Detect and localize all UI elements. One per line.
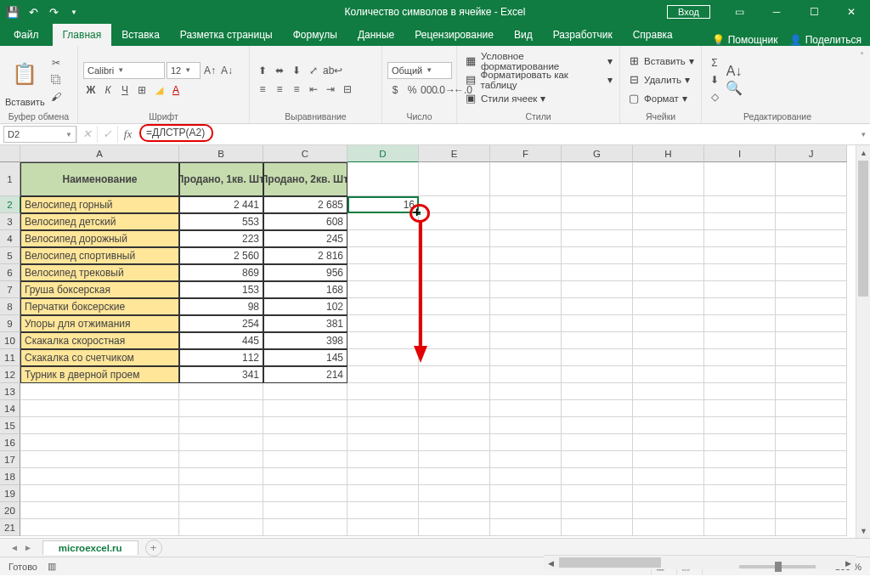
tab-home[interactable]: Главная	[53, 24, 112, 46]
cell[interactable]	[562, 315, 633, 332]
cell-d[interactable]	[347, 247, 419, 264]
cell-q1[interactable]: 254	[179, 315, 263, 332]
cell-q1[interactable]: 341	[179, 366, 263, 383]
cell[interactable]	[633, 196, 704, 213]
cell[interactable]	[419, 468, 490, 485]
cell[interactable]	[20, 519, 179, 536]
close-icon[interactable]: ✕	[833, 0, 870, 24]
cell[interactable]	[776, 213, 847, 230]
row-headers[interactable]: 123456789101112131415161718192021	[0, 162, 20, 536]
cell[interactable]	[704, 468, 776, 485]
tab-developer[interactable]: Разработчик	[543, 24, 623, 46]
row-header-13[interactable]: 13	[0, 383, 20, 400]
header-q1[interactable]: Продано, 1кв. Шт.	[179, 162, 263, 196]
cell[interactable]	[633, 162, 704, 196]
align-left-icon[interactable]: ≡	[255, 82, 270, 97]
macro-record-icon[interactable]: ▥	[48, 561, 56, 572]
ribbon-options-icon[interactable]: ▭	[720, 0, 758, 24]
header-q2[interactable]: Продано, 2кв. Шт.	[263, 162, 347, 196]
format-cells-button[interactable]: ▢Формат ▾	[625, 90, 696, 107]
row-header-15[interactable]: 15	[0, 417, 20, 434]
find-select-icon[interactable]: 🔍	[726, 81, 743, 96]
cell[interactable]	[419, 485, 490, 502]
column-header-F[interactable]: F	[490, 145, 562, 162]
cell[interactable]	[419, 213, 490, 230]
cell[interactable]	[562, 502, 633, 519]
redo-icon[interactable]: ↷	[44, 3, 63, 21]
cell[interactable]	[347, 468, 419, 485]
underline-button[interactable]: Ч	[117, 82, 133, 98]
cell-q1[interactable]: 869	[179, 264, 263, 281]
cell-d[interactable]	[347, 281, 419, 298]
cell-name[interactable]: Груша боксерская	[20, 281, 179, 298]
cell[interactable]	[776, 298, 847, 315]
align-top-icon[interactable]: ⬆	[255, 63, 270, 78]
cell[interactable]	[776, 468, 847, 485]
cell[interactable]	[179, 519, 263, 536]
cell[interactable]	[633, 230, 704, 247]
cell[interactable]	[562, 213, 633, 230]
cell[interactable]	[704, 264, 776, 281]
cell-d[interactable]	[347, 264, 419, 281]
cell-name[interactable]: Велосипед дорожный	[20, 230, 179, 247]
cell[interactable]	[20, 485, 179, 502]
cell-q2[interactable]: 168	[263, 281, 347, 298]
cell[interactable]	[633, 264, 704, 281]
cell[interactable]	[490, 383, 562, 400]
cell[interactable]	[704, 451, 776, 468]
row-header-9[interactable]: 9	[0, 315, 20, 332]
currency-icon[interactable]: $	[387, 82, 403, 98]
qat-customize-icon[interactable]: ▼	[65, 3, 83, 21]
cell[interactable]	[20, 417, 179, 434]
cell[interactable]	[419, 230, 490, 247]
cell[interactable]	[776, 332, 847, 349]
scrollbar-thumb[interactable]	[559, 557, 661, 568]
cell[interactable]	[347, 434, 419, 451]
cell[interactable]	[776, 400, 847, 417]
cell[interactable]	[490, 519, 562, 536]
cell[interactable]	[776, 281, 847, 298]
login-button[interactable]: Вход	[667, 5, 710, 19]
cell[interactable]	[562, 196, 633, 213]
cell[interactable]	[562, 485, 633, 502]
cell[interactable]	[179, 468, 263, 485]
cell[interactable]	[633, 417, 704, 434]
format-painter-icon[interactable]: 🖌	[48, 89, 64, 105]
cell[interactable]	[704, 349, 776, 366]
increase-font-icon[interactable]: A↑	[202, 63, 218, 78]
cell-d[interactable]	[347, 213, 419, 230]
minimize-icon[interactable]: ─	[758, 0, 795, 24]
cancel-formula-icon[interactable]: ✕	[76, 126, 97, 143]
cell[interactable]	[419, 383, 490, 400]
italic-button[interactable]: К	[100, 82, 116, 98]
cell-q2[interactable]: 608	[263, 213, 347, 230]
cell[interactable]	[704, 383, 776, 400]
comma-icon[interactable]: 000	[421, 82, 437, 98]
percent-icon[interactable]: %	[404, 82, 420, 98]
cell[interactable]	[490, 451, 562, 468]
cell-name[interactable]: Перчатки боксерские	[20, 298, 179, 315]
cell[interactable]	[633, 332, 704, 349]
row-header-14[interactable]: 14	[0, 400, 20, 417]
align-center-icon[interactable]: ≡	[272, 82, 287, 97]
cell[interactable]	[633, 366, 704, 383]
cell-q1[interactable]: 153	[179, 281, 263, 298]
row-header-21[interactable]: 21	[0, 519, 20, 536]
cell[interactable]	[490, 366, 562, 383]
cell[interactable]	[490, 332, 562, 349]
cell[interactable]	[562, 298, 633, 315]
cell[interactable]	[419, 451, 490, 468]
vertical-scrollbar[interactable]: ▲ ▼	[856, 145, 870, 538]
tab-file[interactable]: Файл	[0, 24, 53, 46]
cell[interactable]	[490, 247, 562, 264]
column-header-C[interactable]: C	[263, 145, 347, 162]
cell[interactable]	[179, 451, 263, 468]
column-header-G[interactable]: G	[562, 145, 633, 162]
cell[interactable]	[704, 315, 776, 332]
cell[interactable]	[347, 400, 419, 417]
cell[interactable]	[490, 434, 562, 451]
align-right-icon[interactable]: ≡	[289, 82, 304, 97]
cell[interactable]	[263, 400, 347, 417]
orientation-icon[interactable]: ⤢	[306, 63, 321, 78]
cell[interactable]	[776, 264, 847, 281]
